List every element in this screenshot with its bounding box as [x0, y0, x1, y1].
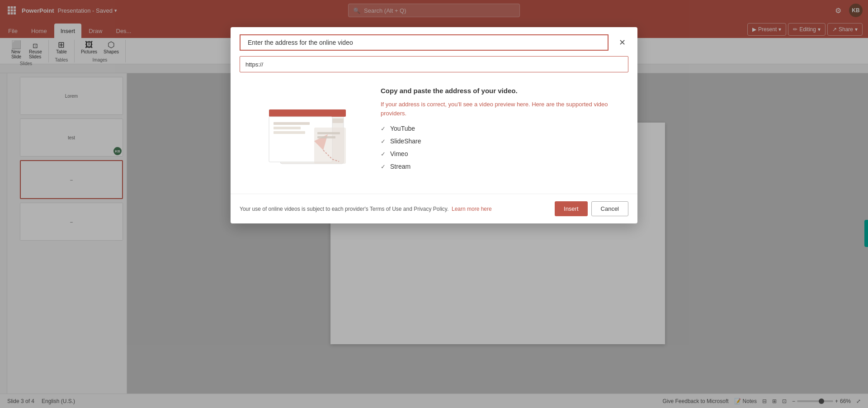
svg-rect-18: [274, 122, 310, 125]
dialog-illustration: [240, 87, 366, 177]
svg-rect-26: [317, 132, 340, 134]
providers-list: ✓ YouTube ✓ SlideShare ✓ Vimeo ✓: [381, 125, 628, 170]
check-youtube-icon: ✓: [381, 125, 386, 132]
svg-rect-27: [317, 136, 335, 138]
check-stream-icon: ✓: [381, 163, 386, 170]
dialog-info: Copy and paste the address of your video…: [381, 87, 628, 177]
provider-vimeo-label: Vimeo: [390, 150, 408, 157]
svg-rect-16: [269, 109, 346, 117]
provider-slideshare-label: SlideShare: [390, 138, 421, 145]
provider-stream: ✓ Stream: [381, 163, 628, 170]
dialog-body: Copy and paste the address of your video…: [231, 56, 637, 194]
svg-rect-19: [274, 127, 301, 129]
provider-vimeo: ✓ Vimeo: [381, 150, 628, 157]
dialog-title-area: Enter the address for the online video: [240, 34, 609, 51]
dialog-footer-buttons: Insert Cancel: [555, 201, 628, 216]
dialog-info-desc: If your address is correct, you'll see a…: [381, 100, 628, 118]
dialog-close-button[interactable]: ✕: [616, 36, 628, 49]
provider-stream-label: Stream: [390, 163, 410, 170]
learn-more-link[interactable]: Learn more here: [452, 206, 492, 212]
provider-youtube: ✓ YouTube: [381, 125, 628, 132]
dialog-overlay: Enter the address for the online video ✕: [0, 0, 868, 408]
insert-video-dialog: Enter the address for the online video ✕: [231, 27, 637, 223]
check-slideshare-icon: ✓: [381, 138, 386, 145]
url-input-row: [240, 56, 628, 72]
dialog-footer: Your use of online videos is subject to …: [231, 194, 637, 223]
dialog-info-title: Copy and paste the address of your video…: [381, 87, 628, 95]
insert-button[interactable]: Insert: [555, 201, 588, 216]
url-input[interactable]: [240, 56, 628, 72]
svg-rect-20: [274, 131, 305, 134]
footer-text: Your use of online videos is subject to …: [240, 206, 555, 212]
dialog-content: Copy and paste the address of your video…: [240, 80, 628, 185]
cancel-button[interactable]: Cancel: [591, 201, 628, 216]
provider-slideshare: ✓ SlideShare: [381, 138, 628, 145]
dialog-header: Enter the address for the online video ✕: [231, 27, 637, 56]
check-vimeo-icon: ✓: [381, 151, 386, 157]
dialog-title: Enter the address for the online video: [248, 39, 353, 46]
provider-youtube-label: YouTube: [390, 125, 415, 132]
